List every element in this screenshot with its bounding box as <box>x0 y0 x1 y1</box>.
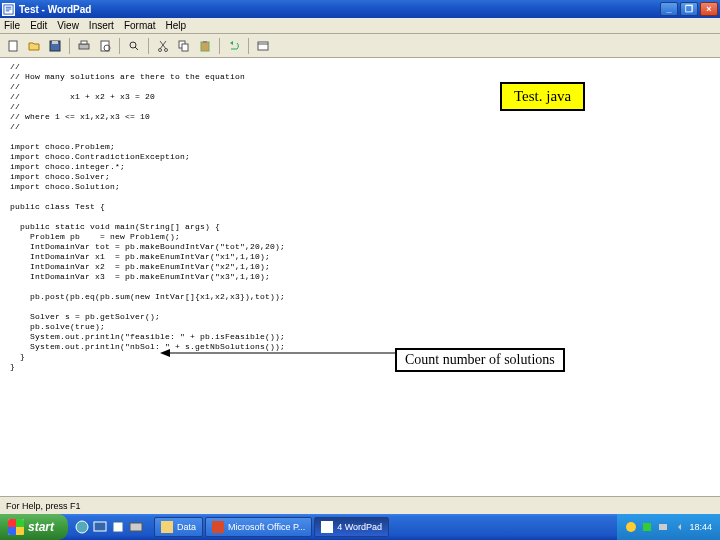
toolbar-divider <box>69 38 70 54</box>
quicklaunch-icon[interactable] <box>110 519 126 535</box>
document-area[interactable]: // // How many solutions are there to th… <box>0 58 720 496</box>
annotation-arrow <box>160 352 395 354</box>
taskbar-tasks: Data Microsoft Office P... 4 WordPad <box>154 517 617 537</box>
taskbar: start Data Microsoft Office P... 4 WordP… <box>0 514 720 540</box>
svg-rect-4 <box>9 41 17 51</box>
taskbar-task[interactable]: Microsoft Office P... <box>205 517 312 537</box>
windows-logo-icon <box>8 519 24 535</box>
toolbar-divider <box>219 38 220 54</box>
tray-icon[interactable] <box>625 521 637 533</box>
quick-launch <box>74 519 144 535</box>
toolbar-divider <box>148 38 149 54</box>
quicklaunch-icon[interactable] <box>128 519 144 535</box>
svg-point-26 <box>626 522 636 532</box>
svg-rect-25 <box>130 523 142 531</box>
code-text: // // How many solutions are there to th… <box>0 58 720 376</box>
maximize-button[interactable]: ❐ <box>680 2 698 16</box>
svg-rect-24 <box>113 522 123 532</box>
save-icon[interactable] <box>46 37 64 55</box>
tray-icon[interactable] <box>657 521 669 533</box>
new-icon[interactable] <box>4 37 22 55</box>
task-label: 4 WordPad <box>337 522 382 532</box>
minimize-button[interactable]: _ <box>660 2 678 16</box>
title-bar: Test - WordPad _ ❐ × <box>0 0 720 18</box>
taskbar-task[interactable]: 4 WordPad <box>314 517 389 537</box>
svg-rect-17 <box>201 42 209 51</box>
open-icon[interactable] <box>25 37 43 55</box>
svg-line-12 <box>135 47 138 50</box>
svg-rect-1 <box>6 6 12 7</box>
svg-rect-8 <box>81 41 87 44</box>
find-icon[interactable] <box>125 37 143 55</box>
svg-rect-23 <box>94 522 106 531</box>
svg-rect-2 <box>6 8 12 9</box>
start-label: start <box>28 520 54 534</box>
svg-rect-18 <box>203 41 207 43</box>
tray-icon[interactable] <box>673 521 685 533</box>
toolbar-divider <box>119 38 120 54</box>
svg-rect-7 <box>79 44 89 49</box>
copy-icon[interactable] <box>175 37 193 55</box>
menu-help[interactable]: Help <box>166 20 187 31</box>
svg-rect-19 <box>258 42 268 50</box>
paste-icon[interactable] <box>196 37 214 55</box>
toolbar-divider <box>248 38 249 54</box>
preview-icon[interactable] <box>96 37 114 55</box>
task-label: Microsoft Office P... <box>228 522 305 532</box>
svg-rect-27 <box>643 523 651 531</box>
quicklaunch-icon[interactable] <box>92 519 108 535</box>
status-bar: For Help, press F1 <box>0 496 720 514</box>
svg-point-14 <box>165 48 168 51</box>
clock[interactable]: 18:44 <box>689 522 712 532</box>
window-title: Test - WordPad <box>19 4 660 15</box>
menu-insert[interactable]: Insert <box>89 20 114 31</box>
cut-icon[interactable] <box>154 37 172 55</box>
annotation-filename: Test. java <box>500 82 585 111</box>
svg-rect-28 <box>659 524 667 530</box>
system-tray[interactable]: 18:44 <box>617 514 720 540</box>
svg-point-22 <box>76 521 88 533</box>
powerpoint-icon <box>212 521 224 533</box>
folder-icon <box>161 521 173 533</box>
annotation-count: Count number of solutions <box>395 348 565 372</box>
start-button[interactable]: start <box>0 514 68 540</box>
svg-rect-3 <box>6 10 10 11</box>
wordpad-icon <box>321 521 333 533</box>
undo-icon[interactable] <box>225 37 243 55</box>
toolbar <box>0 34 720 58</box>
taskbar-task[interactable]: Data <box>154 517 203 537</box>
status-text: For Help, press F1 <box>6 501 81 511</box>
svg-point-13 <box>159 48 162 51</box>
menu-format[interactable]: Format <box>124 20 156 31</box>
quicklaunch-icon[interactable] <box>74 519 90 535</box>
tray-icon[interactable] <box>641 521 653 533</box>
app-icon <box>2 3 15 16</box>
menu-file[interactable]: File <box>4 20 20 31</box>
svg-rect-16 <box>182 44 188 51</box>
print-icon[interactable] <box>75 37 93 55</box>
task-label: Data <box>177 522 196 532</box>
close-button[interactable]: × <box>700 2 718 16</box>
menu-view[interactable]: View <box>57 20 79 31</box>
menu-edit[interactable]: Edit <box>30 20 47 31</box>
svg-rect-6 <box>52 41 58 44</box>
datetime-icon[interactable] <box>254 37 272 55</box>
menu-bar: File Edit View Insert Format Help <box>0 18 720 34</box>
